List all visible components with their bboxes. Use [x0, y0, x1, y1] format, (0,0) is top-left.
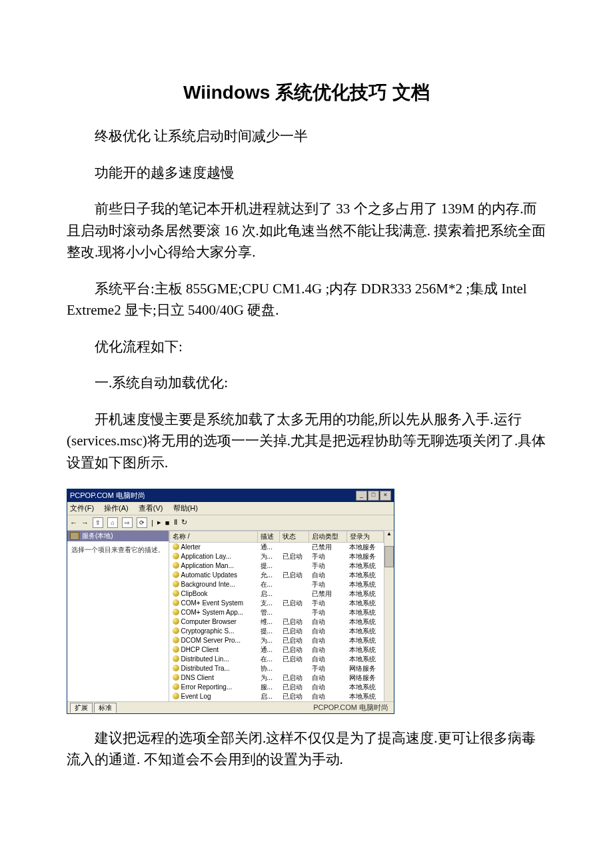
tree-root[interactable]: 服务(本地)	[67, 531, 169, 541]
stop-icon[interactable]: ■	[165, 519, 170, 527]
table-row[interactable]: DNS Client为...已启动自动网络服务	[170, 673, 384, 683]
table-row[interactable]: Distributed Lin...在...已启动自动本地系统	[170, 655, 384, 664]
scrollbar[interactable]: ▲	[384, 531, 394, 701]
export-icon[interactable]: ⇨	[122, 517, 133, 528]
menu-help[interactable]: 帮助(H)	[173, 504, 198, 512]
col-logon[interactable]: 登录为	[346, 531, 383, 542]
table-row[interactable]: DHCP Client通...已启动自动本地系统	[170, 645, 384, 655]
tab-standard[interactable]: 标准	[94, 703, 117, 713]
separator-icon: |	[151, 519, 153, 527]
gear-icon	[173, 655, 179, 662]
menu-action[interactable]: 操作(A)	[104, 504, 129, 512]
forward-icon[interactable]: →	[81, 519, 89, 527]
paragraph: 前些日子我的笔记本开机进程就达到了 33 个之多占用了 139M 的内存.而且启…	[67, 198, 546, 263]
table-row[interactable]: COM+ System App...管...手动本地系统	[170, 608, 384, 617]
gear-icon	[173, 553, 179, 559]
tree-panel: 服务(本地) 选择一个项目来查看它的描述。	[67, 531, 169, 701]
table-row[interactable]: Error Reporting...服...已启动自动本地系统	[170, 683, 384, 692]
gear-icon	[173, 693, 179, 699]
gear-icon	[173, 665, 179, 671]
gear-icon	[173, 674, 179, 681]
minimize-button[interactable]: _	[356, 491, 367, 501]
page-title: Wiindows 系统优化技巧 文档	[67, 80, 546, 105]
paragraph: 系统平台:主板 855GME;CPU CM1.4G ;内存 DDR333 256…	[67, 278, 546, 321]
table-row[interactable]: ClipBook启...已禁用本地系统	[170, 589, 384, 599]
footer-brand: PCPOP.COM 电脑时尚	[118, 703, 391, 713]
paragraph: 建议把远程的选项全部关闭.这样不仅仅是为了提高速度.更可让很多病毒流入的通道. …	[67, 727, 546, 771]
document-page: Wiindows 系统优化技巧 文档 终极优化 让系统启动时间减少一半 功能开的…	[0, 0, 613, 825]
col-startup[interactable]: 启动类型	[309, 531, 346, 542]
gear-icon	[173, 618, 179, 625]
scroll-up-icon[interactable]: ▲	[384, 531, 394, 537]
table-row[interactable]: Alerter通...已禁用本地服务	[170, 542, 384, 552]
table-row[interactable]: Distributed Tra...协...手动网络服务	[170, 664, 384, 673]
maximize-button[interactable]: □	[368, 491, 379, 501]
gear-icon	[173, 609, 179, 615]
properties-icon[interactable]: ⌂	[107, 517, 118, 528]
services-window: PCPOP.COM 电脑时尚 _ □ × 文件(F) 操作(A) 查看(V) 帮…	[67, 489, 394, 714]
col-name[interactable]: 名称 /	[170, 531, 258, 542]
paragraph: 开机速度慢主要是系统加载了太多无用的功能,所以先从服务入手.运行(service…	[67, 409, 546, 474]
table-row[interactable]: Event Log启...已启动自动本地系统	[170, 692, 384, 701]
menu-view[interactable]: 查看(V)	[139, 504, 163, 512]
services-table: 名称 / 描述 状态 启动类型 登录为 Alerter通...已禁用本地服务Ap…	[169, 531, 384, 701]
scroll-thumb[interactable]	[384, 546, 394, 567]
table-row[interactable]: COM+ Event System支...已启动手动本地系统	[170, 599, 384, 608]
close-button[interactable]: ×	[380, 491, 391, 501]
table-row[interactable]: Automatic Updates允...已启动自动本地系统	[170, 571, 384, 580]
back-icon[interactable]: ←	[70, 519, 77, 527]
gear-icon	[173, 637, 179, 643]
refresh-icon[interactable]: ⟳	[137, 517, 147, 528]
tree-hint: 选择一个项目来查看它的描述。	[71, 545, 165, 555]
folder-icon	[70, 532, 79, 540]
gear-icon	[173, 581, 179, 587]
gear-icon	[173, 562, 179, 569]
col-desc[interactable]: 描述	[258, 531, 280, 542]
gear-icon	[173, 627, 179, 634]
table-row[interactable]: Computer Browser维...已启动自动本地系统	[170, 617, 384, 627]
restart-icon[interactable]: ↻	[181, 518, 187, 527]
menubar: 文件(F) 操作(A) 查看(V) 帮助(H)	[67, 502, 394, 515]
paragraph: 终极优化 让系统启动时间减少一半	[67, 125, 546, 147]
table-row[interactable]: DCOM Server Pro...为...已启动自动本地系统	[170, 636, 384, 645]
gear-icon	[173, 646, 179, 653]
table-row[interactable]: Application Man...提...手动本地系统	[170, 561, 384, 571]
services-list: 名称 / 描述 状态 启动类型 登录为 Alerter通...已禁用本地服务Ap…	[169, 531, 394, 701]
window-titlebar: PCPOP.COM 电脑时尚 _ □ ×	[67, 489, 394, 502]
toolbar: ← → ⇧ ⌂ ⇨ ⟳ | ▸ ■ Ⅱ ↻	[67, 515, 394, 531]
tab-extended[interactable]: 扩展	[70, 703, 93, 713]
paragraph: 功能开的越多速度越慢	[67, 162, 546, 184]
play-icon[interactable]: ▸	[157, 518, 161, 527]
table-row[interactable]: Background Inte...在...手动本地系统	[170, 580, 384, 589]
gear-icon	[173, 590, 179, 597]
paragraph: 一.系统自动加载优化:	[67, 372, 546, 394]
gear-icon	[173, 571, 179, 578]
pause-icon[interactable]: Ⅱ	[174, 518, 177, 527]
table-row[interactable]: Cryptographic S...提...已启动自动本地系统	[170, 627, 384, 636]
table-row[interactable]: Application Lay...为...已启动手动本地服务	[170, 552, 384, 561]
menu-file[interactable]: 文件(F)	[70, 504, 94, 512]
gear-icon	[173, 543, 179, 550]
window-title: PCPOP.COM 电脑时尚	[70, 491, 355, 501]
gear-icon	[173, 599, 179, 606]
paragraph: 优化流程如下:	[67, 336, 546, 358]
gear-icon	[173, 683, 179, 690]
col-status[interactable]: 状态	[280, 531, 309, 542]
view-tabs: 扩展 标准 PCPOP.COM 电脑时尚	[67, 701, 394, 713]
up-icon[interactable]: ⇧	[93, 517, 103, 528]
